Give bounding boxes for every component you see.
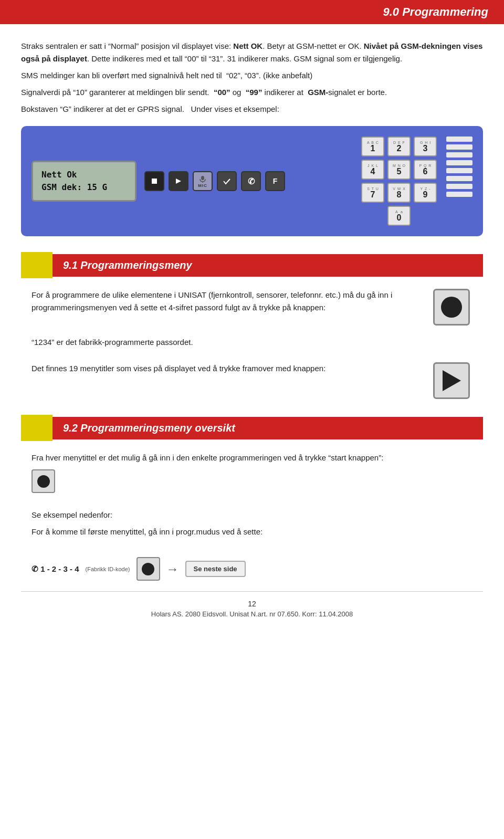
key-circle-symbol xyxy=(142,563,154,575)
num-btn-8[interactable]: V W X 8 xyxy=(387,183,411,203)
key-sub-text: (Fabrikk ID-kode) xyxy=(86,566,130,572)
key-sequence-row: ✆ 1 - 2 - 3 - 4 (Fabrikk ID-kode) → Se n… xyxy=(32,557,472,581)
play-triangle-symbol xyxy=(443,370,461,391)
section92-para1-row: Fra hver menytittel er det mulig å gå in… xyxy=(32,452,472,498)
numpad-grid: A B C 1 D E F 2 G H I 3 J K L 4 xyxy=(361,137,437,226)
device-illustration: Nett Ok GSM dek: 15 G MIC xyxy=(21,126,483,236)
svg-rect-0 xyxy=(152,179,157,184)
header-title: 9.0 Programmering xyxy=(383,5,488,18)
page-number: 12 xyxy=(21,600,483,608)
num-btn-3[interactable]: G H I 3 xyxy=(414,137,437,156)
phone-button[interactable]: ✆ xyxy=(241,171,261,191)
device-display: Nett Ok GSM dek: 15 G xyxy=(32,161,136,202)
next-side-button[interactable]: Se neste side xyxy=(185,561,246,577)
play-button[interactable] xyxy=(169,171,188,191)
section91-para2: “1234” er det fabrikk-programmerte passo… xyxy=(32,336,472,349)
svg-point-2 xyxy=(201,176,204,180)
num-btn-2[interactable]: D E F 2 xyxy=(387,137,411,156)
num-btn-5[interactable]: M N O 5 xyxy=(387,160,411,180)
mic-label: MIC xyxy=(198,183,207,188)
circle-dot-symbol xyxy=(441,297,462,318)
bar-2 xyxy=(446,144,472,150)
device-button-area: MIC ✆ F xyxy=(144,171,285,191)
section92-title: 9.2 Programmeringsmeny oversikt xyxy=(52,417,483,439)
stop-button[interactable] xyxy=(144,171,164,191)
check-button[interactable] xyxy=(217,171,237,191)
section92-para2: Se eksempel nedenfor: xyxy=(32,509,472,521)
section92-header: 9.2 Programmeringsmeny oversikt xyxy=(21,415,483,441)
enter-button-icon xyxy=(433,289,470,326)
section91-para3: Det finnes 19 menytitler som vises på di… xyxy=(32,362,415,375)
page-footer: 12 Holars AS. 2080 Eidsvoll. Unisat N.ar… xyxy=(21,591,483,622)
play-button-icon xyxy=(433,362,470,399)
num-btn-6[interactable]: P Q R 6 xyxy=(414,160,437,180)
numpad-area: A B C 1 D E F 2 G H I 3 J K L 4 xyxy=(361,137,472,226)
num-btn-7[interactable]: S T U 7 xyxy=(361,183,384,203)
footer-company: Holars AS. 2080 Eidsvoll. Unisat N.art. … xyxy=(21,610,483,618)
section91-para1-row: For å programmere de ulike elementene i … xyxy=(32,289,472,326)
bar-6 xyxy=(446,176,472,181)
num-btn-0[interactable]: A a 0 xyxy=(387,206,411,226)
start-button-inline-icon xyxy=(32,469,55,493)
func-button[interactable]: F xyxy=(265,171,285,191)
bar-8 xyxy=(446,192,472,197)
bar-4 xyxy=(446,160,472,165)
section91-para3-row: Det finnes 19 menytitler som vises på di… xyxy=(32,362,472,399)
section92-content: Fra hver menytittel er det mulig å gå in… xyxy=(21,452,483,581)
svg-marker-1 xyxy=(176,179,181,184)
button-row-1: MIC ✆ F xyxy=(144,171,285,191)
num-btn-1[interactable]: A B C 1 xyxy=(361,137,384,156)
section91-content: For å programmere de ulike elementene i … xyxy=(21,289,483,399)
start-button-inline xyxy=(32,469,472,493)
bar-7 xyxy=(446,184,472,189)
bar-3 xyxy=(446,152,472,158)
intro-para-1: Straks sentralen er satt i “Normal” posi… xyxy=(21,40,483,65)
mic-button[interactable]: MIC xyxy=(193,171,213,191)
small-circle-symbol xyxy=(37,475,50,488)
bar-1 xyxy=(446,137,472,142)
display-line1: Nett Ok xyxy=(41,169,127,181)
page-header: 9.0 Programmering xyxy=(0,0,504,24)
intro-para-3: Signalverdi på “10” garanterer at meldin… xyxy=(21,86,483,99)
intro-section: Straks sentralen er satt i “Normal” posi… xyxy=(0,24,504,633)
section91-title: 9.1 Programmeringsmeny xyxy=(52,254,483,277)
section-accent-yellow xyxy=(21,252,52,278)
intro-para-4: Bokstaven “G” indikerer at det er GPRS s… xyxy=(21,103,483,116)
num-btn-4[interactable]: J K L 4 xyxy=(361,160,384,180)
key-sequence-text: ✆ 1 - 2 - 3 - 4 xyxy=(32,564,79,574)
signal-bars xyxy=(446,137,472,226)
section92-accent-yellow xyxy=(21,415,52,441)
section92-para1: Fra hver menytittel er det mulig å gå in… xyxy=(32,452,472,464)
key-enter-icon xyxy=(136,557,160,581)
num-btn-9[interactable]: Y Z - 9 xyxy=(414,183,437,203)
func-label: F xyxy=(273,177,278,185)
section91-header: 9.1 Programmeringsmeny xyxy=(21,252,483,278)
arrow-right-icon: → xyxy=(166,562,179,576)
section92-para3: For å komme til første menytittel, gå in… xyxy=(32,526,472,538)
section91-para1: For å programmere de ulike elementene i … xyxy=(32,289,415,314)
intro-para-2: SMS meldinger kan bli overført med signa… xyxy=(21,69,483,82)
display-line2: GSM dek: 15 G xyxy=(41,181,127,194)
bar-5 xyxy=(446,168,472,173)
